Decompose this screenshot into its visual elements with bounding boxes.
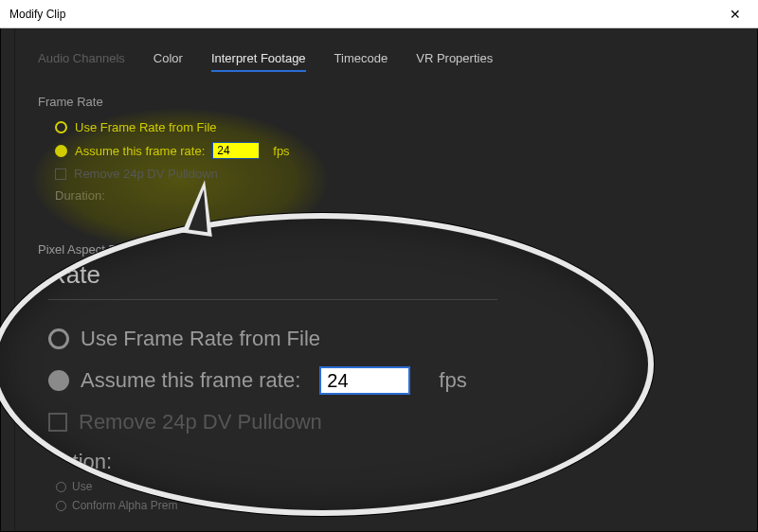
assume-frame-rate-label: Assume this frame rate:: [75, 144, 205, 158]
tab-color[interactable]: Color: [153, 51, 183, 72]
callout-heading: Rate: [48, 260, 610, 290]
alpha-conform-label: Conform Alpha Prem: [72, 499, 177, 512]
tab-audio-channels: Audio Channels: [38, 51, 125, 72]
callout-checkbox-pulldown: [48, 413, 67, 432]
frame-rate-heading: Frame Rate: [38, 95, 731, 109]
callout-fps-input[interactable]: [319, 366, 410, 395]
callout-remove-pulldown-label: Remove 24p DV Pulldown: [79, 410, 322, 434]
alpha-use-label: Use: [72, 480, 92, 493]
tab-timecode[interactable]: Timecode: [334, 51, 388, 72]
radio-alpha-use[interactable]: [56, 482, 66, 492]
callout-assume-label: Assume this frame rate:: [81, 368, 300, 393]
tab-vr-properties[interactable]: VR Properties: [416, 51, 493, 72]
titlebar: Modify Clip ✕: [0, 0, 758, 28]
callout-radio-assume[interactable]: [48, 370, 69, 391]
tab-bar: Audio Channels Color Interpret Footage T…: [38, 51, 731, 72]
frame-rate-group: Use Frame Rate from File Assume this fra…: [38, 120, 731, 203]
checkbox-remove-pulldown: [55, 168, 66, 180]
window-title: Modify Clip: [9, 8, 722, 21]
callout-duration-label: ration:: [54, 450, 610, 474]
callout-radio-use-from-file[interactable]: [48, 328, 69, 349]
callout-divider: [48, 299, 497, 300]
radio-alpha-conform[interactable]: [56, 501, 66, 511]
tab-interpret-footage[interactable]: Interpret Footage: [211, 51, 306, 72]
close-icon[interactable]: ✕: [722, 7, 749, 22]
use-from-file-label: Use Frame Rate from File: [75, 120, 217, 134]
callout-use-from-file-label: Use Frame Rate from File: [81, 327, 320, 351]
radio-assume-frame-rate[interactable]: [55, 145, 67, 157]
fps-input[interactable]: [212, 142, 260, 159]
zoom-callout: Rate Use Frame Rate from File Assume thi…: [0, 213, 654, 516]
radio-use-from-file[interactable]: [55, 121, 67, 133]
duration-label: Duration:: [55, 188, 731, 203]
callout-fps-unit: fps: [439, 368, 466, 393]
fps-unit: fps: [273, 144, 289, 158]
